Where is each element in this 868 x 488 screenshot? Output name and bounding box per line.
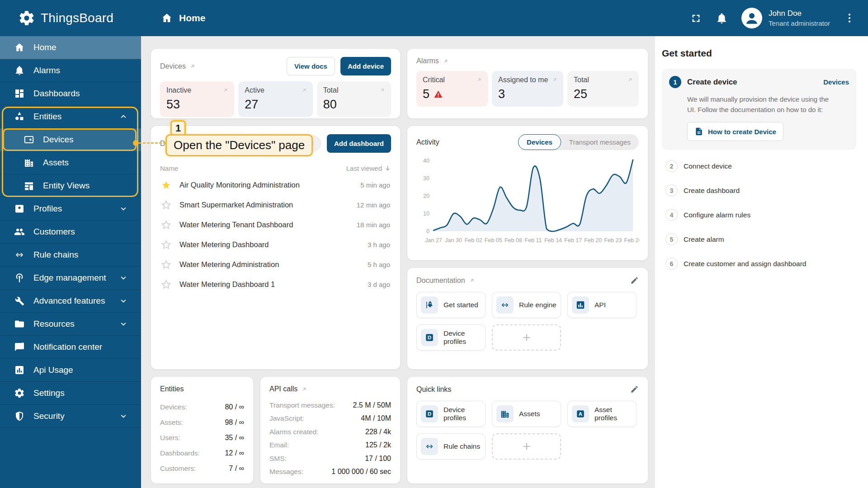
- api-calls-row: Messages:1 000 000 / 60 sec: [269, 468, 391, 476]
- alarms-stat-assigned-to-me[interactable]: Assigned to me3: [492, 71, 563, 107]
- entities-label: Devices:: [160, 403, 187, 411]
- sidebar-item-alarms[interactable]: Alarms: [0, 59, 141, 82]
- how-to-create-device-button[interactable]: How to create Device: [687, 122, 783, 141]
- get-started-step-4[interactable]: 4Configure alarm rules: [662, 206, 856, 223]
- avatar[interactable]: [741, 8, 762, 28]
- quick-link-assets[interactable]: Assets: [492, 401, 561, 427]
- star-filled-icon[interactable]: [161, 180, 171, 190]
- view-docs-button[interactable]: View docs: [287, 57, 335, 75]
- step-number: 3: [665, 184, 678, 197]
- api-calls-value: 4M / 10M: [361, 414, 391, 422]
- star-outline-icon[interactable]: [161, 239, 171, 250]
- dashboard-name: Water Metering Dashboard: [179, 240, 368, 249]
- sidebar-item-api-usage[interactable]: Api Usage: [0, 359, 141, 382]
- sidebar-item-settings[interactable]: Settings: [0, 382, 141, 405]
- get-started-step-6[interactable]: 6Create customer and assign dashboard: [662, 255, 856, 272]
- devices-stat-total[interactable]: Total80: [317, 81, 391, 117]
- stat-open-icon: [551, 76, 558, 83]
- dashboard-list-item[interactable]: Air Quality Monitoring Administration5 m…: [151, 175, 400, 195]
- sidebar-item-notification-center[interactable]: Notification center: [0, 336, 141, 359]
- asset-profile-icon: A: [576, 409, 585, 419]
- quick-link-rule-chains[interactable]: Rule chains: [416, 433, 486, 460]
- alarms-stat-critical[interactable]: Critical5: [416, 71, 488, 107]
- alarms-card-title: Alarms: [416, 57, 439, 65]
- dashboard-list-item[interactable]: Water Metering Administration5 h ago: [151, 254, 400, 274]
- documentation-link-rule-engine[interactable]: Rule engine: [492, 292, 561, 318]
- stat-open-icon: [301, 87, 307, 94]
- stat-value: 80: [323, 98, 385, 112]
- devices-open-icon[interactable]: [189, 63, 196, 70]
- step-1-devices-link[interactable]: Devices: [823, 78, 849, 86]
- alarms-stat-total[interactable]: Total25: [567, 71, 639, 107]
- dashboard-list-item[interactable]: Smart Supermarket Administration12 min a…: [151, 195, 400, 215]
- get-started-step-5[interactable]: 5Create alarm: [662, 231, 856, 248]
- alarms-card: Alarms Critical5Assigned to me3Total25: [407, 49, 648, 118]
- annotation-tooltip: Open the "Devices" page: [165, 134, 313, 156]
- stat-open-icon: [379, 87, 386, 94]
- stat-label: Total: [574, 76, 632, 84]
- sidebar-item-home[interactable]: Home: [0, 36, 141, 59]
- rule-chains-icon: [425, 441, 434, 451]
- sidebar-item-dashboards[interactable]: Dashboards: [0, 82, 141, 105]
- step-label: Configure alarm rules: [684, 211, 750, 219]
- column-last-viewed[interactable]: Last viewed: [346, 164, 391, 172]
- sidebar-item-rule-chains[interactable]: Rule chains: [0, 244, 141, 267]
- quick-link-asset-profiles[interactable]: AAsset profiles: [567, 401, 637, 427]
- activity-tab-transport-messages[interactable]: Transport messages: [561, 135, 639, 150]
- dashboard-list-item[interactable]: Water Metering Tenant Dashboard18 min ag…: [151, 215, 400, 235]
- step-label: Create dashboard: [684, 187, 740, 195]
- documentation-add-tile[interactable]: [492, 324, 561, 351]
- sidebar-item-customers[interactable]: Customers: [0, 221, 141, 244]
- documentation-open-icon[interactable]: [468, 277, 475, 284]
- documentation-card: Documentation Get startedRule engineAPID…: [407, 268, 648, 369]
- sidebar-item-edge-management[interactable]: Edge management: [0, 267, 141, 290]
- add-dashboard-button[interactable]: Add dashboard: [327, 134, 391, 153]
- column-name[interactable]: Name: [160, 164, 346, 172]
- api-calls-label: JavaScript:: [269, 414, 304, 422]
- dashboard-list-item[interactable]: Water Metering Dashboard 13 d ago: [151, 274, 400, 294]
- tile-label: API: [594, 301, 606, 309]
- star-outline-icon[interactable]: [161, 259, 171, 270]
- documentation-link-device-profiles[interactable]: DDevice profiles: [416, 324, 486, 351]
- api-calls-open-icon[interactable]: [301, 386, 307, 393]
- add-device-button[interactable]: Add device: [340, 57, 391, 75]
- user-menu[interactable]: John Doe Tenant administrator: [741, 8, 830, 28]
- documentation-link-get-started[interactable]: Get started: [416, 292, 486, 318]
- sidebar-item-resources[interactable]: Resources: [0, 313, 141, 336]
- thingsboard-logo-icon: [18, 9, 35, 27]
- get-started-title: Get started: [662, 48, 856, 59]
- fullscreen-button[interactable]: [690, 12, 702, 24]
- kebab-menu-button[interactable]: [844, 12, 855, 24]
- assets-building-icon: [496, 405, 514, 422]
- get-started-step-2[interactable]: 2Connect device: [662, 158, 856, 174]
- alarms-icon: [14, 65, 25, 76]
- dashboard-list-item[interactable]: Water Metering Dashboard3 h ago: [151, 235, 400, 254]
- svg-text:A: A: [579, 411, 582, 417]
- devices-stat-active[interactable]: Active27: [238, 81, 312, 117]
- entities-row: Customers:7 / ∞: [160, 465, 244, 473]
- star-outline-icon[interactable]: [161, 279, 171, 290]
- activity-tab-devices[interactable]: Devices: [518, 134, 561, 150]
- devices-stat-inactive[interactable]: Inactive53: [160, 81, 234, 117]
- notifications-bell-button[interactable]: [716, 12, 728, 24]
- quick-add-tile[interactable]: [492, 433, 561, 460]
- entities-label: Users:: [160, 434, 180, 442]
- sidebar-item-profiles[interactable]: Profiles: [0, 197, 141, 221]
- dashboard-name: Smart Supermarket Administration: [179, 201, 357, 209]
- documentation-link-api[interactable]: API: [567, 292, 637, 318]
- alarms-open-icon[interactable]: [442, 58, 449, 65]
- api-calls-label: SMS:: [269, 455, 287, 463]
- user-role: Tenant administrator: [769, 19, 830, 27]
- get-started-step-3[interactable]: 3Create dashboard: [662, 182, 856, 199]
- app-logo[interactable]: ThingsBoard: [0, 0, 141, 36]
- sidebar-item-advanced-features[interactable]: Advanced features: [0, 290, 141, 313]
- star-outline-icon[interactable]: [161, 200, 171, 210]
- star-outline-icon[interactable]: [161, 220, 171, 230]
- quick-links-edit-icon[interactable]: [630, 385, 639, 394]
- api-calls-label: Alarms created:: [269, 428, 319, 436]
- resources-icon: [14, 319, 25, 329]
- quick-link-device-profiles[interactable]: DDevice profiles: [416, 401, 486, 427]
- documentation-edit-icon[interactable]: [630, 276, 639, 285]
- dashboard-last-viewed: 5 min ago: [360, 181, 390, 189]
- sidebar-item-security[interactable]: Security: [0, 405, 141, 428]
